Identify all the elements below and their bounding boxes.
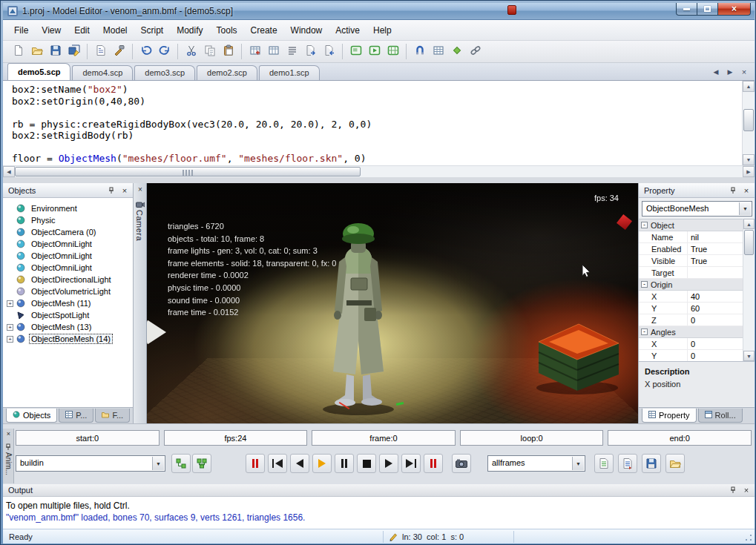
play-button[interactable]: [312, 454, 332, 473]
tab-demo2-scp[interactable]: demo2.scp: [197, 65, 257, 80]
tab-demo5-scp[interactable]: demo5.scp: [7, 63, 70, 80]
marker-button[interactable]: [447, 42, 466, 61]
timeline-field-start[interactable]: start:0: [16, 430, 160, 446]
export-frames-button[interactable]: [594, 454, 614, 473]
close-panel-icon[interactable]: ×: [119, 185, 130, 196]
resize-grip[interactable]: [744, 533, 753, 542]
titlebar[interactable]: 1.proj - Model Editor - venom_anm.bmf - …: [3, 3, 755, 20]
tab-demo4-scp[interactable]: demo4.scp: [72, 65, 133, 80]
first-frame-button[interactable]: [268, 454, 287, 473]
viewport-solid-button[interactable]: [346, 42, 365, 61]
close-tab-button[interactable]: ×: [738, 66, 750, 78]
menu-item-modify[interactable]: Modify: [170, 22, 209, 39]
output-log[interactable]: To open multiple files, hold Ctrl."venom…: [3, 497, 755, 529]
tree-item-objectbonemesh-14[interactable]: +ObjectBoneMesh (14): [3, 333, 133, 345]
anim-panel-tab[interactable]: Anim...: [4, 452, 13, 475]
property-scroll-thumb[interactable]: [744, 230, 754, 255]
add-anim-button[interactable]: [171, 454, 191, 473]
collapse-icon[interactable]: -: [641, 328, 648, 335]
property-value[interactable]: 40: [688, 291, 743, 302]
copy-button[interactable]: [200, 42, 219, 61]
output-panel-header[interactable]: Output ×: [3, 484, 755, 497]
close-button[interactable]: ×: [717, 3, 751, 16]
prev-frame-button[interactable]: [290, 454, 309, 473]
magnet-button[interactable]: [410, 42, 429, 61]
menu-item-help[interactable]: Help: [367, 22, 398, 39]
property-value[interactable]: 0: [688, 314, 743, 326]
timeline-field-end[interactable]: end:0: [608, 430, 752, 446]
menu-item-view[interactable]: View: [35, 22, 68, 39]
property-group-object[interactable]: -Object: [639, 219, 743, 231]
tab-demo1-scp[interactable]: demo1.scp: [259, 65, 320, 80]
frames-select[interactable]: allframes ▼: [487, 455, 585, 472]
editor-hscrollbar[interactable]: ◀ ▶: [3, 165, 755, 177]
tab-demo3-scp[interactable]: demo3.scp: [134, 65, 195, 80]
animation-select[interactable]: buildin ▼: [16, 455, 165, 472]
close-panel-icon[interactable]: ×: [741, 185, 752, 196]
collapse-icon[interactable]: -: [641, 222, 648, 228]
viewport-3d[interactable]: fps: 34 triangles - 6720objects - total:…: [147, 183, 638, 423]
timeline-field-loop[interactable]: loop:0: [460, 430, 604, 446]
viewport-grid-button[interactable]: [384, 42, 402, 61]
collapse-icon[interactable]: -: [641, 281, 648, 288]
close-panel-icon[interactable]: ×: [741, 485, 752, 495]
scroll-right-icon[interactable]: ▶: [743, 166, 755, 177]
property-row-x[interactable]: X40: [639, 291, 743, 303]
tree-item-objectcamera-0[interactable]: ObjectCamera (0): [3, 226, 133, 238]
objects-panel-header[interactable]: Objects ×: [3, 183, 133, 198]
property-panel-header[interactable]: Property ×: [639, 183, 755, 198]
export-page-button[interactable]: [91, 42, 110, 61]
crate-model[interactable]: [533, 314, 625, 398]
import-frames-button[interactable]: [618, 454, 637, 473]
chevron-down-icon[interactable]: ▼: [152, 457, 164, 470]
pause-button[interactable]: [335, 454, 354, 473]
expand-icon[interactable]: +: [7, 336, 13, 343]
expand-icon[interactable]: +: [7, 324, 13, 331]
menu-item-edit[interactable]: Edit: [68, 22, 96, 39]
property-group-angles[interactable]: -Angles: [639, 326, 743, 338]
save-all-button[interactable]: [65, 42, 83, 61]
tree-item-objectvolumetriclight[interactable]: ObjectVolumetricLight: [3, 285, 133, 297]
objects-tab-p[interactable]: P...: [59, 409, 93, 423]
property-row-name[interactable]: Namenil: [639, 231, 743, 243]
property-row-x[interactable]: X0: [639, 338, 743, 350]
menu-item-model[interactable]: Model: [96, 22, 134, 39]
save-button[interactable]: [46, 42, 65, 61]
menu-item-script[interactable]: Script: [134, 22, 171, 39]
build-tools-button[interactable]: [110, 42, 128, 61]
pin-icon[interactable]: [728, 185, 738, 196]
tree-item-objectmesh-13[interactable]: +ObjectMesh (13): [3, 321, 133, 333]
property-row-visible[interactable]: VisibleTrue: [639, 255, 743, 267]
chevron-down-icon[interactable]: ▼: [572, 457, 584, 470]
property-group-origin[interactable]: -Origin: [639, 279, 743, 291]
scroll-down-icon[interactable]: ▼: [743, 154, 755, 165]
last-frame-button[interactable]: [401, 454, 421, 473]
property-row-y[interactable]: Y0: [639, 350, 743, 362]
undo-button[interactable]: [137, 42, 155, 61]
list-button[interactable]: [283, 42, 301, 61]
insert-frames-button[interactable]: [246, 42, 264, 61]
tree-item-physic[interactable]: Physic: [3, 214, 133, 226]
property-value[interactable]: 60: [688, 303, 743, 314]
new-file-button[interactable]: [9, 42, 27, 61]
scroll-up-icon[interactable]: ▲: [743, 219, 755, 229]
property-row-enabled[interactable]: EnabledTrue: [639, 243, 743, 255]
chevron-down-icon[interactable]: ▼: [739, 202, 751, 215]
run-script-button[interactable]: [301, 42, 320, 61]
grid-table-button[interactable]: [429, 42, 447, 61]
objects-tab-f[interactable]: F...: [95, 409, 130, 423]
close-camera-icon[interactable]: ×: [136, 185, 145, 194]
expand-icon[interactable]: +: [7, 300, 13, 307]
property-value[interactable]: 0: [688, 350, 743, 361]
script-editor[interactable]: box2:setName("box2")box2:setOrigin(0,40,…: [3, 81, 742, 165]
property-value[interactable]: [688, 267, 743, 278]
property-value[interactable]: True: [688, 243, 743, 254]
prev-tab-button[interactable]: ◀: [710, 66, 722, 78]
timeline-field-fps[interactable]: fps:24: [164, 430, 308, 446]
close-anim-icon[interactable]: ×: [4, 430, 13, 438]
tree-item-environment[interactable]: Environment: [3, 202, 133, 214]
scroll-left-icon[interactable]: ◀: [3, 166, 15, 177]
sync-anim-button[interactable]: [192, 454, 211, 473]
property-row-y[interactable]: Y60: [639, 303, 743, 314]
menu-item-active[interactable]: Active: [329, 22, 367, 39]
